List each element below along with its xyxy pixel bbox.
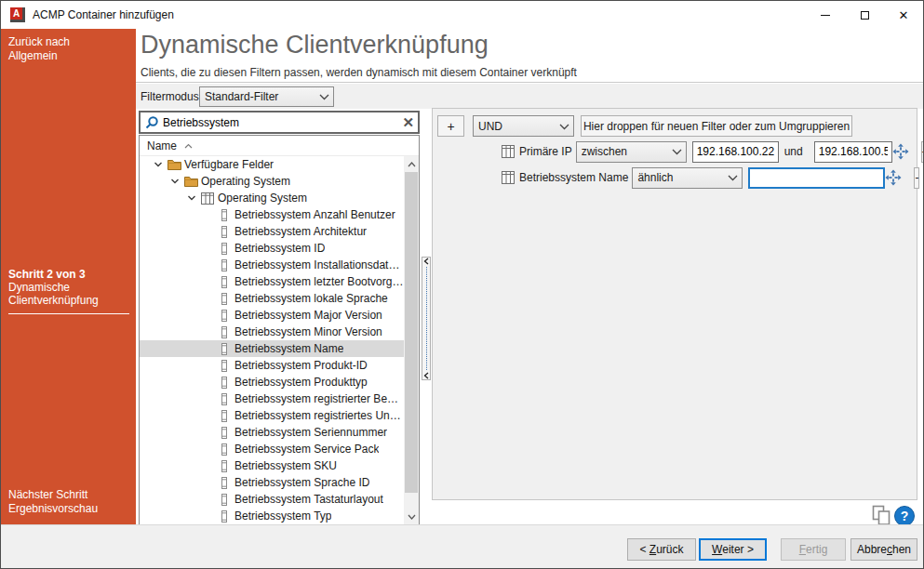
next-button[interactable]: Weiter >: [699, 538, 767, 561]
chevron-down-icon[interactable]: [184, 193, 199, 203]
splitter[interactable]: [422, 257, 431, 380]
tree-item-label: Betriebssystem Produkt-ID: [233, 357, 368, 374]
tree-item[interactable]: Betriebssystem Minor Version: [140, 324, 404, 340]
filter-drop-zone[interactable]: Hier droppen für neuen Filter oder zum U…: [581, 115, 852, 137]
column-icon: [216, 494, 233, 506]
tree-item[interactable]: Betriebssystem lokale Sprache: [140, 290, 404, 307]
tree-item-label: Operating System: [199, 173, 290, 190]
tree-item[interactable]: Betriebssystem Architektur: [140, 223, 404, 240]
column-icon: [216, 477, 233, 489]
field-tree: Name Verfügbare FelderOperating SystemOp…: [139, 135, 420, 525]
footer-bar: < Zurück Weiter > Fertig Abbrechen: [1, 524, 923, 568]
tree-column-header[interactable]: Name: [140, 136, 419, 156]
sidebar-current-step: Schritt 2 von 3 Dynamische Clientverknüp…: [8, 268, 129, 314]
tree-item[interactable]: Operating System: [140, 173, 404, 190]
column-icon: [216, 343, 233, 355]
tree-item[interactable]: Operating System: [140, 190, 404, 206]
copy-icon[interactable]: [872, 505, 891, 526]
tree-item[interactable]: Betriebssystem Produkt-ID: [140, 357, 404, 374]
chevron-down-icon: [559, 120, 569, 133]
tree-item-label: Betriebssystem Minor Version: [233, 324, 382, 340]
titlebar: A ACMP Container hinzufügen ✕: [1, 1, 923, 29]
collapse-left-icon: [422, 258, 430, 265]
table-icon: [502, 145, 515, 158]
tree-item[interactable]: Betriebssystem Name: [140, 340, 404, 357]
search-icon: [144, 115, 159, 130]
back-button[interactable]: < Zurück: [627, 538, 696, 561]
scroll-up-icon[interactable]: [404, 156, 419, 172]
tree-item-label: Betriebssystem Anzahl Benutzer: [233, 206, 395, 223]
tree-item-label: Betriebssystem Typ: [233, 508, 331, 524]
comparison-select[interactable]: ähnlich: [632, 167, 743, 189]
tree-item[interactable]: Betriebssystem Anzahl Benutzer: [140, 206, 404, 223]
column-icon: [216, 310, 233, 322]
dialog-window: A ACMP Container hinzufügen ✕ Zurück nac…: [0, 0, 924, 569]
tree-item-label: Betriebssystem Major Version: [233, 307, 382, 324]
acmp-logo-icon: A: [10, 7, 25, 22]
tree-item[interactable]: Betriebssystem Sprache ID: [140, 474, 404, 491]
tree-item[interactable]: Betriebssystem Service Pack: [140, 441, 404, 457]
tree-item-label: Betriebssystem Installationsdatum: [233, 257, 404, 273]
sort-ascending-icon: [184, 143, 193, 149]
finish-button: Fertig: [781, 538, 846, 561]
filter-row: Primäre IP zwischen und -: [433, 140, 909, 163]
column-icon: [216, 360, 233, 372]
filter-field-label: Betriebssystem Name: [519, 171, 628, 184]
clear-search-icon[interactable]: ✕: [402, 115, 414, 129]
move-icon[interactable]: [885, 169, 902, 186]
tree-item-label: Betriebssystem registrierter Benu...: [233, 390, 404, 407]
tree-item[interactable]: Betriebssystem Produkttyp: [140, 374, 404, 390]
step-underline: [8, 313, 129, 314]
tree-item[interactable]: Betriebssystem Seriennummer: [140, 424, 404, 441]
table-icon: [199, 192, 216, 205]
chevron-down-icon[interactable]: [167, 177, 182, 186]
minimize-icon: [821, 15, 830, 16]
tree-item[interactable]: Betriebssystem registrierter Benu...: [140, 390, 404, 407]
tree-item-label: Betriebssystem ID: [233, 240, 325, 257]
comparison-select[interactable]: zwischen: [576, 141, 687, 163]
tree-item-label: Betriebssystem registriertes Unte...: [233, 407, 404, 424]
close-button[interactable]: ✕: [884, 1, 923, 29]
tree-item[interactable]: Betriebssystem Major Version: [140, 307, 404, 324]
filter-value-to-input[interactable]: [814, 141, 892, 163]
scrollbar-thumb[interactable]: [405, 172, 418, 493]
tree-item[interactable]: Betriebssystem registriertes Unte...: [140, 407, 404, 424]
tree-scrollbar[interactable]: [404, 156, 419, 524]
filter-value-from-input[interactable]: [692, 141, 779, 163]
column-icon: [216, 226, 233, 238]
tree-item-label: Operating System: [216, 190, 307, 206]
help-icon[interactable]: ?: [894, 506, 915, 526]
chevron-down-icon[interactable]: [151, 160, 166, 169]
filter-value-input[interactable]: [748, 167, 885, 189]
sidebar-back-link[interactable]: Zurück nach Allgemein: [8, 35, 70, 63]
page-subtitle: Clients, die zu diesen Filtern passen, w…: [141, 66, 577, 79]
page-header: Dynamische Clientverknüpfung Clients, di…: [136, 29, 923, 83]
window-title: ACMP Container hinzufügen: [33, 8, 174, 21]
tree-item[interactable]: Verfügbare Felder: [140, 156, 404, 173]
move-icon[interactable]: [892, 143, 909, 160]
tree-item-label: Betriebssystem Produkttyp: [233, 374, 368, 390]
column-icon: [216, 460, 233, 472]
remove-filter-button[interactable]: -: [914, 167, 919, 189]
tree-item-label: Betriebssystem SKU: [233, 457, 337, 474]
cancel-button[interactable]: Abbrechen: [850, 538, 917, 561]
minimize-button[interactable]: [806, 1, 845, 29]
tree-item-label: Betriebssystem Name: [233, 340, 343, 357]
tree-item[interactable]: Betriebssystem Installationsdatum: [140, 257, 404, 273]
column-icon: [216, 209, 233, 221]
tree-item[interactable]: Betriebssystem SKU: [140, 457, 404, 474]
search-input[interactable]: [163, 116, 398, 129]
filter-mode-select[interactable]: Standard-Filter: [199, 86, 334, 107]
close-icon: ✕: [899, 9, 909, 21]
tree-item[interactable]: Betriebssystem ID: [140, 240, 404, 257]
tree-item[interactable]: Betriebssystem letzter Bootvorgang: [140, 273, 404, 290]
column-icon: [216, 510, 233, 523]
maximize-button[interactable]: [845, 1, 884, 29]
collapse-left-icon: [422, 372, 430, 379]
column-icon: [216, 393, 233, 405]
scroll-down-icon[interactable]: [404, 509, 419, 524]
operator-select[interactable]: UND: [473, 115, 574, 137]
add-filter-button[interactable]: +: [437, 115, 464, 137]
tree-item[interactable]: Betriebssystem Tastaturlayout: [140, 491, 404, 508]
tree-item[interactable]: Betriebssystem Typ: [140, 508, 404, 524]
